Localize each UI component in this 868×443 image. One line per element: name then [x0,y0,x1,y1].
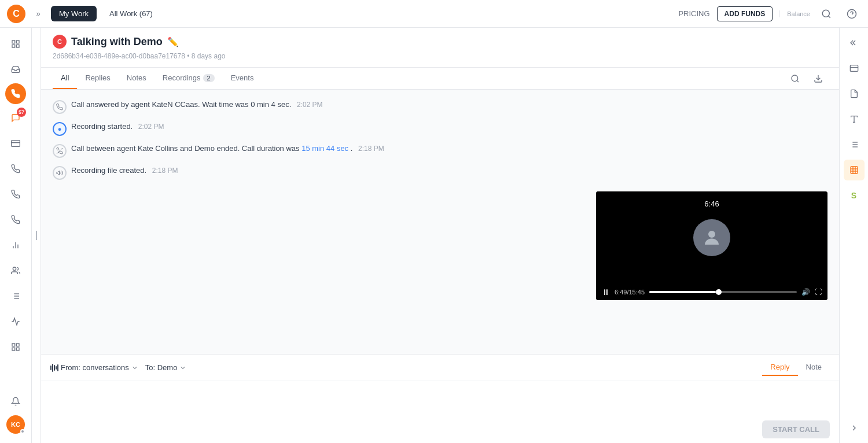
video-player[interactable]: 6:46 ⏸ 6:49/15:45 🔊 ⛶ [596,191,827,300]
sidebar-item-phone-3[interactable] [4,208,27,231]
tabs-row: All Replies Notes Recordings 2 Events [41,68,839,90]
sidebar-collapse-handle[interactable] [32,28,41,443]
video-progress-thumb [716,289,722,295]
sidebar-item-tickets[interactable] [4,132,27,155]
sidebar-item-list[interactable] [4,285,27,308]
event-text-recording-started: Recording started. 2:02 PM [71,121,164,132]
svg-rect-6 [12,45,15,47]
sidebar-item-analytics[interactable] [4,234,27,257]
reply-type-tabs: Reply Note [762,359,830,376]
svg-rect-30 [850,65,858,72]
sidebar-item-phone-active[interactable] [5,83,26,104]
content-area: C Talking with Demo ✏️ 2d686b34-e038-489… [41,28,839,443]
event-call-ended: Call between agent Kate Collins and Demo… [53,143,827,158]
svg-point-29 [708,231,715,238]
reply-compose-area[interactable] [41,381,839,416]
event-time-1: 2:02 PM [297,101,323,109]
video-player-area: 6:46 ⏸ 6:49/15:45 🔊 ⛶ [53,187,827,309]
pause-button[interactable]: ⏸ [602,287,610,297]
sidebar-right-shopify[interactable]: S [844,185,865,206]
edit-title-icon[interactable]: ✏️ [167,36,179,47]
top-nav: C » My Work All Work (67) PRICING ADD FU… [0,0,868,28]
video-progress-bar[interactable] [649,291,797,293]
notifications-icon[interactable] [4,390,27,413]
svg-rect-40 [851,167,858,173]
balance-area: Balance [779,10,810,17]
pricing-link[interactable]: PRICING [678,9,709,18]
sidebar-item-inbox[interactable] [4,58,27,81]
sidebar-item-reports[interactable] [4,310,27,333]
reply-toolbar: From: conversations To: Demo Reply Note [41,355,839,381]
to-label: To: Demo [145,363,178,372]
event-time-2: 2:02 PM [138,123,164,131]
sidebar-right-table[interactable] [844,160,865,180]
sidebar-item-phone-1[interactable] [4,157,27,180]
sidebar-right-list[interactable] [844,134,865,155]
search-tab-icon[interactable] [786,69,804,88]
reply-tab-note[interactable]: Note [798,359,830,376]
reply-tab-reply[interactable]: Reply [762,359,797,376]
svg-point-13 [13,267,16,270]
svg-rect-23 [16,348,19,350]
download-icon[interactable] [809,69,827,88]
ticket-header: C Talking with Demo ✏️ 2d686b34-e038-489… [41,28,839,68]
recordings-count: 2 [203,74,215,82]
app-logo: C [7,5,25,23]
event-time-3: 2:18 PM [358,145,384,153]
reply-from-selector[interactable]: From: conversations [50,363,138,372]
sidebar-right-collapse[interactable] [844,32,865,53]
user-avatar[interactable]: KC [6,415,25,434]
agent-selector[interactable]: KC Kate Collins [751,28,827,30]
sidebar-item-phone-2[interactable] [4,183,27,206]
sidebar-right-expand[interactable] [844,418,865,438]
conversation-area[interactable]: Call answered by agent KateN CCaas. Wait… [41,90,839,354]
from-label: From: conversations [61,363,129,372]
fullscreen-icon[interactable]: ⛶ [815,288,822,296]
waveform-icon [50,363,58,372]
video-controls: ⏸ 6:49/15:45 🔊 ⛶ [596,284,827,300]
sidebar-item-contacts[interactable] [4,259,27,282]
search-icon[interactable] [817,5,836,23]
sidebar-bottom: KC [4,390,27,438]
ticket-type-icon: C [53,35,67,49]
sidebar-right-text[interactable] [844,109,865,130]
help-icon[interactable] [843,5,861,23]
tab-all[interactable]: All [53,68,77,89]
sidebar-right-document[interactable] [844,83,865,104]
nav-tab-all-work[interactable]: All Work (67) [101,6,161,21]
event-text-call-answered: Call answered by agent KateN CCaas. Wait… [71,99,323,110]
reply-to-selector[interactable]: To: Demo [145,363,187,372]
phone-end-event-icon [53,144,67,158]
volume-icon[interactable]: 🔊 [801,288,810,296]
tab-notes[interactable]: Notes [119,68,155,89]
sidebar-item-grid2[interactable] [4,335,27,359]
svg-marker-28 [57,171,60,175]
sidebar-item-grid[interactable] [4,32,27,56]
svg-line-26 [797,80,799,82]
ticket-title: Talking with Demo [71,36,163,48]
add-funds-button[interactable]: ADD FUNDS [717,6,773,21]
tab-replies[interactable]: Replies [77,68,118,89]
start-call-button[interactable]: START CALL [762,420,830,438]
sidebar-item-chat[interactable]: 57 [4,106,27,130]
timestamp-bubble: 6:46 [698,197,724,211]
audio-event-icon [53,166,67,180]
sidebar-right-card[interactable] [844,58,865,79]
svg-rect-7 [16,45,19,47]
video-screen: 6:46 [596,191,827,284]
event-text-call-ended: Call between agent Kate Collins and Demo… [71,143,384,154]
event-text-recording-file: Recording file created. 2:18 PM [71,165,178,176]
ticket-meta: 2d686b34-e038-489e-ac00-d0baa7e17678 • 8… [53,52,225,60]
tab-actions [786,69,827,88]
avatar-placeholder [693,219,730,256]
svg-rect-4 [12,40,15,43]
reply-actions: START CALL [41,416,839,443]
nav-tab-my-work[interactable]: My Work [51,6,97,21]
tab-events[interactable]: Events [223,68,262,89]
main-area: 57 [0,28,868,443]
record-event-icon: ● [53,122,67,136]
nav-chevron[interactable]: » [30,6,46,22]
event-call-answered: Call answered by agent KateN CCaas. Wait… [53,99,827,114]
tab-recordings[interactable]: Recordings 2 [155,68,223,89]
reply-area: From: conversations To: Demo Reply Note … [41,354,839,443]
